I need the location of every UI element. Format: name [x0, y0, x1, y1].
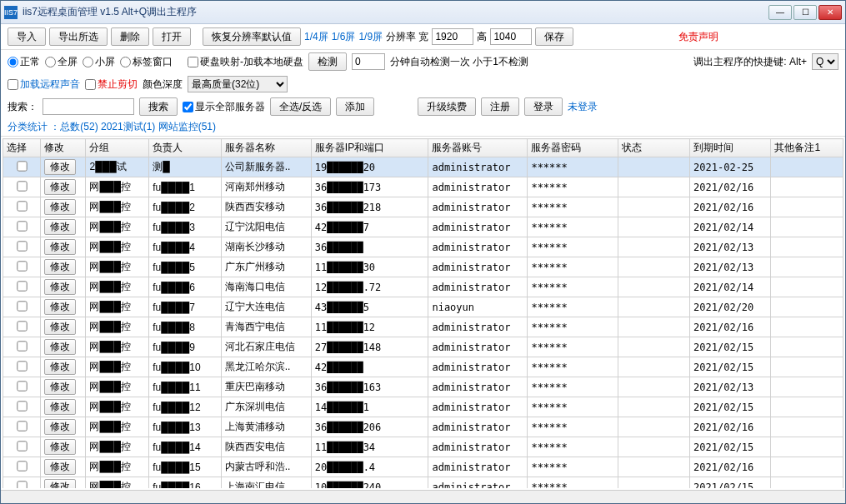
- modify-button[interactable]: 修改: [44, 319, 76, 335]
- modify-button[interactable]: 修改: [44, 259, 76, 275]
- disclaimer-link[interactable]: 免责声明: [678, 30, 718, 44]
- radio-normal[interactable]: 正常: [8, 55, 40, 69]
- register-button[interactable]: 注册: [481, 97, 519, 116]
- cell-owner: fu████8: [149, 317, 222, 337]
- table-row[interactable]: 修改网███控fu████6海南海口电信12██████.72administr…: [3, 277, 843, 297]
- table-row[interactable]: 修改网███控fu████14陕西西安电信11██████34administr…: [3, 437, 843, 457]
- row-select-checkbox[interactable]: [17, 441, 27, 451]
- radio-fullscreen[interactable]: 全屏: [45, 55, 78, 69]
- column-header[interactable]: 服务器名称: [221, 139, 311, 157]
- column-header[interactable]: 其他备注1: [771, 139, 843, 157]
- row-select-checkbox[interactable]: [17, 401, 27, 411]
- modify-button[interactable]: 修改: [44, 419, 76, 435]
- select-all-button[interactable]: 全选/反选: [270, 97, 331, 116]
- horizontal-scrollbar[interactable]: [1, 490, 845, 503]
- row-select-checkbox[interactable]: [17, 361, 27, 371]
- modify-button[interactable]: 修改: [44, 219, 76, 235]
- checkbox-diskmap[interactable]: 硬盘映射-加载本地硬盘: [188, 55, 303, 69]
- minimize-button[interactable]: —: [768, 5, 792, 20]
- sixth-screen-link[interactable]: 1/6屏: [332, 30, 356, 44]
- modify-button[interactable]: 修改: [44, 279, 76, 295]
- column-header[interactable]: 到期时间: [690, 139, 771, 157]
- table-row[interactable]: 修改网███控fu████12广东深圳电信14██████1administra…: [3, 397, 843, 417]
- row-select-checkbox[interactable]: [17, 301, 27, 311]
- row-select-checkbox[interactable]: [17, 181, 27, 191]
- height-input[interactable]: [490, 28, 532, 45]
- color-depth-select[interactable]: 最高质量(32位): [188, 76, 288, 92]
- table-container[interactable]: 选择修改分组负责人服务器名称服务器IP和端口服务器账号服务器密码状态到期时间其他…: [3, 138, 843, 488]
- row-select-checkbox[interactable]: [17, 321, 27, 331]
- checkbox-show-all[interactable]: 显示全部服务器: [183, 100, 265, 114]
- table-row[interactable]: 修改网███控fu████4湖南长沙移动36██████administrato…: [3, 237, 843, 257]
- modify-button[interactable]: 修改: [44, 359, 76, 375]
- table-row[interactable]: 修改网███控fu████1河南郑州移动36██████173administr…: [3, 177, 843, 197]
- reset-resolution-button[interactable]: 恢复分辨率默认值: [203, 27, 301, 46]
- table-row[interactable]: 修改网███控fu████11重庆巴南移动36██████163administ…: [3, 377, 843, 397]
- table-row[interactable]: 修改网███控fu████8青海西宁电信11██████12administra…: [3, 317, 843, 337]
- quarter-screen-link[interactable]: 1/4屏: [304, 30, 328, 44]
- hotkey-select[interactable]: Q: [812, 53, 838, 70]
- close-button[interactable]: ✕: [818, 5, 842, 20]
- width-input[interactable]: [432, 28, 473, 45]
- modify-button[interactable]: 修改: [44, 399, 76, 415]
- modify-button[interactable]: 修改: [44, 299, 76, 315]
- row-select-checkbox[interactable]: [17, 421, 27, 431]
- modify-button[interactable]: 修改: [44, 459, 76, 475]
- save-button[interactable]: 保存: [535, 27, 573, 46]
- modify-button[interactable]: 修改: [44, 199, 76, 215]
- table-row[interactable]: 修改网███控fu████3辽宁沈阳电信42██████7administrat…: [3, 217, 843, 237]
- table-row[interactable]: 修改网███控fu████9河北石家庄电信27██████148administ…: [3, 337, 843, 357]
- table-row[interactable]: 修改网███控fu████10黑龙江哈尔滨..42██████administr…: [3, 357, 843, 377]
- row-select-checkbox[interactable]: [17, 381, 27, 391]
- open-button[interactable]: 打开: [153, 27, 191, 46]
- row-select-checkbox[interactable]: [17, 281, 27, 291]
- modify-button[interactable]: 修改: [44, 379, 76, 395]
- modify-button[interactable]: 修改: [44, 159, 76, 175]
- cell-group: 网███控: [86, 337, 149, 357]
- renew-button[interactable]: 升级续费: [418, 97, 476, 116]
- row-select-checkbox[interactable]: [17, 201, 27, 211]
- row-select-checkbox[interactable]: [17, 341, 27, 351]
- row-select-checkbox[interactable]: [17, 221, 27, 231]
- maximize-button[interactable]: ☐: [793, 5, 817, 20]
- detect-button[interactable]: 检测: [308, 52, 347, 71]
- column-header[interactable]: 分组: [86, 139, 149, 157]
- column-header[interactable]: 状态: [618, 139, 690, 157]
- modify-button[interactable]: 修改: [44, 479, 76, 488]
- table-row[interactable]: 修改网███控fu████13上海黄浦移动36██████206administ…: [3, 417, 843, 437]
- delete-button[interactable]: 删除: [111, 27, 149, 46]
- column-header[interactable]: 负责人: [149, 139, 222, 157]
- table-row[interactable]: 修改2███试测█公司新服务器..19██████20administrator…: [3, 157, 843, 177]
- table-row[interactable]: 修改网███控fu████15内蒙古呼和浩..20██████.4adminis…: [3, 457, 843, 477]
- export-selected-button[interactable]: 导出所选: [49, 27, 108, 46]
- search-button[interactable]: 搜索: [139, 97, 178, 116]
- table-row[interactable]: 修改网███控fu████2陕西西安移动36██████218administr…: [3, 197, 843, 217]
- radio-tabwindow[interactable]: 标签窗口: [120, 55, 173, 69]
- column-header[interactable]: 服务器密码: [528, 139, 618, 157]
- table-row[interactable]: 修改网███控fu████7辽宁大连电信43██████5niaoyun****…: [3, 297, 843, 317]
- table-row[interactable]: 修改网███控fu████16上海南汇电信10██████240administ…: [3, 477, 843, 489]
- column-header[interactable]: 服务器IP和端口: [311, 139, 428, 157]
- modify-button[interactable]: 修改: [44, 339, 76, 355]
- radio-small[interactable]: 小屏: [83, 55, 115, 69]
- ninth-screen-link[interactable]: 1/9屏: [358, 30, 383, 44]
- modify-button[interactable]: 修改: [44, 239, 76, 255]
- row-select-checkbox[interactable]: [17, 241, 27, 251]
- detect-interval-input[interactable]: [352, 53, 385, 70]
- checkbox-no-clipboard[interactable]: 禁止剪切: [85, 77, 138, 92]
- column-header[interactable]: 修改: [41, 139, 86, 157]
- import-button[interactable]: 导入: [8, 27, 46, 46]
- modify-button[interactable]: 修改: [44, 179, 76, 195]
- login-button[interactable]: 登录: [524, 97, 563, 116]
- row-select-checkbox[interactable]: [17, 161, 27, 171]
- add-button[interactable]: 添加: [336, 97, 374, 116]
- row-select-checkbox[interactable]: [17, 461, 27, 471]
- search-input[interactable]: [43, 98, 134, 115]
- row-select-checkbox[interactable]: [17, 261, 27, 271]
- column-header[interactable]: 选择: [3, 139, 41, 157]
- checkbox-load-audio[interactable]: 加载远程声音: [8, 77, 80, 92]
- row-select-checkbox[interactable]: [17, 481, 27, 488]
- column-header[interactable]: 服务器账号: [428, 139, 528, 157]
- modify-button[interactable]: 修改: [44, 439, 76, 455]
- table-row[interactable]: 修改网███控fu████5广东广州移动11██████30administra…: [3, 257, 843, 277]
